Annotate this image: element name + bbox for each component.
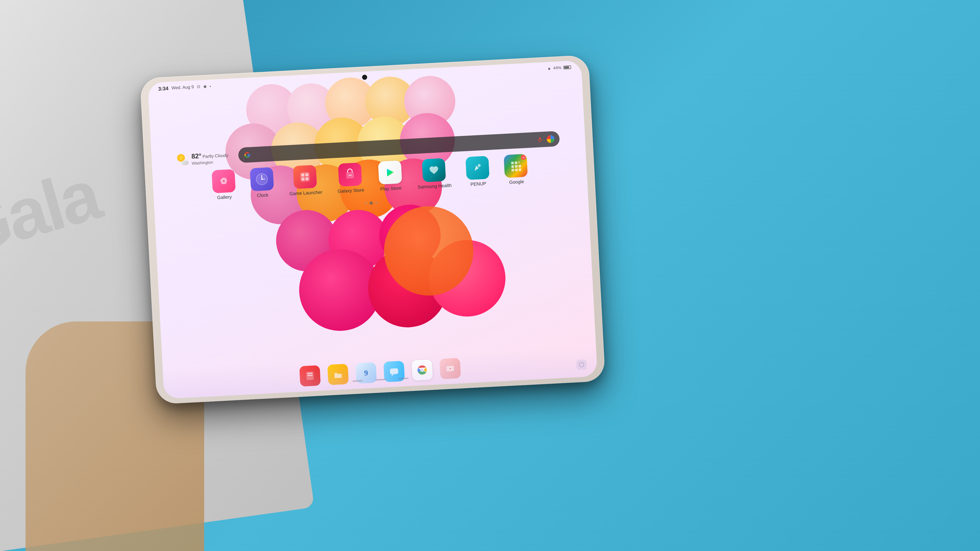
app-penup[interactable]: PENUP	[466, 156, 490, 187]
svg-rect-20	[511, 162, 514, 165]
clock-app-icon	[250, 167, 274, 191]
svg-rect-15	[305, 177, 309, 181]
svg-rect-25	[519, 165, 522, 168]
samsung-health-icon	[422, 158, 446, 183]
weather-condition: Partly Cloudy	[202, 152, 228, 159]
svg-rect-12	[301, 173, 305, 177]
weather-info: 82° Partly Cloudy Washington	[191, 150, 229, 166]
google-g-icon	[243, 151, 251, 159]
svg-marker-18	[387, 168, 394, 176]
box-brand-text: Gala	[0, 154, 107, 272]
svg-rect-22	[518, 161, 520, 163]
svg-rect-27	[515, 168, 518, 171]
svg-rect-28	[519, 168, 522, 171]
clock-label: Clock	[257, 192, 269, 198]
status-left: 3:34 Wed. Aug 9 ⊡ ◉ •	[158, 83, 211, 92]
time-display: 3:34	[158, 86, 169, 92]
play-store-label: Play Store	[380, 186, 402, 192]
dots-icon: •	[210, 84, 211, 88]
tablet-device: 3:34 Wed. Aug 9 ⊡ ◉ • ▲ 44%	[140, 55, 606, 404]
google-badge: ••	[521, 155, 526, 160]
wifi-icon: ▲	[547, 66, 552, 71]
svg-rect-23	[511, 165, 514, 168]
svg-rect-0	[539, 137, 541, 140]
google-label: Google	[509, 179, 524, 185]
svg-rect-24	[515, 165, 518, 168]
notification-icon: ◉	[203, 84, 207, 89]
gallery-label: Gallery	[217, 194, 232, 200]
wallpaper	[148, 60, 598, 399]
app-clock[interactable]: Clock	[250, 167, 274, 199]
svg-rect-21	[515, 162, 517, 164]
date-display: Wed. Aug 9	[171, 84, 194, 91]
svg-rect-26	[511, 169, 514, 171]
play-store-icon	[378, 160, 402, 185]
app-galaxy-store[interactable]: Galaxy Store	[336, 162, 364, 194]
penup-icon	[466, 156, 490, 180]
google-icon: ••	[504, 154, 528, 178]
lens-icon[interactable]	[547, 135, 555, 143]
app-google[interactable]: •• Go	[504, 154, 528, 186]
battery-fill	[564, 66, 570, 68]
page-dot-3	[375, 202, 377, 204]
svg-rect-13	[305, 173, 309, 176]
page-dots	[365, 201, 377, 205]
galaxy-store-icon	[338, 162, 362, 187]
app-gallery[interactable]: 🌸 Gallery	[212, 169, 236, 201]
app-game-launcher[interactable]: Game Launcher	[288, 165, 322, 197]
battery-percent: 44%	[553, 65, 562, 70]
game-launcher-icon	[293, 165, 317, 189]
cloud-icon	[181, 160, 189, 165]
weather-temperature: 82°	[191, 152, 202, 161]
weather-widget[interactable]: 82° Partly Cloudy Washington	[177, 150, 229, 167]
app-play-store[interactable]: Play Store	[378, 160, 402, 192]
screenshot-icon: ⊡	[197, 84, 200, 89]
page-dot-2	[369, 202, 373, 205]
svg-rect-11	[300, 172, 310, 182]
tablet-screen[interactable]: 3:34 Wed. Aug 9 ⊡ ◉ • ▲ 44%	[148, 60, 598, 399]
app-samsung-health[interactable]: Samsung Health	[416, 158, 452, 190]
gallery-icon: 🌸	[212, 169, 236, 193]
page-dot-1	[365, 202, 367, 204]
svg-text:🌸: 🌸	[220, 177, 228, 185]
svg-rect-14	[301, 178, 305, 181]
status-right: ▲ 44%	[547, 65, 571, 71]
battery-bar	[563, 65, 571, 69]
penup-label: PENUP	[470, 181, 487, 187]
microphone-icon[interactable]	[536, 135, 544, 144]
weather-icon	[177, 154, 189, 165]
svg-point-19	[477, 164, 481, 167]
scene: Gala	[0, 0, 980, 551]
